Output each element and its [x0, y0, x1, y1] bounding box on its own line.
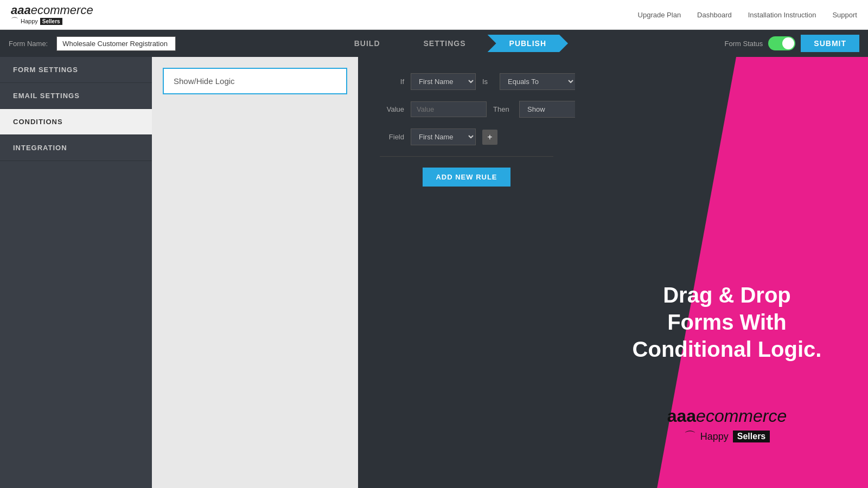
- tab-build[interactable]: BUILD: [333, 35, 402, 52]
- top-nav: aaaecommerce ⌒ Happy Sellers Upgrade Pla…: [0, 0, 868, 30]
- sidebar-item-conditions[interactable]: CONDITIONS: [0, 109, 152, 135]
- is-condition-select[interactable]: Equals To: [500, 73, 576, 90]
- bottom-logo-ecommerce: ecommerce: [696, 406, 787, 426]
- value-row: Value Then Show: [380, 101, 553, 118]
- nav-installation[interactable]: Installation Instruction: [748, 11, 816, 19]
- separator: [380, 156, 553, 157]
- is-label: Is: [482, 78, 493, 86]
- sidebar-item-integration[interactable]: INTEGRATION: [0, 135, 152, 161]
- logo-happy: Happy: [21, 18, 38, 24]
- form-name-input[interactable]: [56, 36, 176, 51]
- nav-support[interactable]: Support: [832, 11, 857, 19]
- nav-upgrade-plan[interactable]: Upgrade Plan: [638, 11, 681, 19]
- if-label: If: [380, 78, 404, 86]
- form-status-label: Form Status: [725, 40, 763, 48]
- then-label: Then: [493, 105, 513, 113]
- promo-heading-3: Conditional Logic.: [629, 336, 825, 363]
- form-name-bar: Form Name: BUILD SETTINGS PUBLISH Form S…: [0, 30, 868, 57]
- logic-panel: If First Name Is Equals To Value Then Sh…: [358, 57, 575, 488]
- sidebar: FORM SETTINGS EMAIL SETTINGS CONDITIONS …: [0, 57, 152, 488]
- tab-publish[interactable]: PUBLISH: [488, 35, 568, 52]
- logo-aaa: aaa: [11, 3, 31, 17]
- bottom-logo-main: aaaecommerce: [667, 406, 787, 426]
- rule-card[interactable]: Show/Hide Logic: [163, 68, 347, 94]
- promo-heading-1: Drag & Drop: [629, 281, 825, 309]
- bottom-sellers-badge: Sellers: [733, 431, 770, 442]
- bottom-logo-aaa: aaa: [667, 406, 696, 426]
- add-field-button[interactable]: +: [482, 130, 497, 145]
- tab-settings[interactable]: SETTINGS: [402, 35, 488, 52]
- main-layout: FORM SETTINGS EMAIL SETTINGS CONDITIONS …: [0, 57, 868, 488]
- logo-sellers-badge: Sellers: [40, 18, 62, 25]
- value-input[interactable]: [411, 101, 487, 117]
- tab-area: BUILD SETTINGS PUBLISH: [184, 35, 716, 52]
- bottom-logo-sub: ⌒ Happy Sellers: [684, 428, 770, 445]
- submit-button[interactable]: SUBMIT: [801, 35, 859, 52]
- nav-links: Upgrade Plan Dashboard Installation Inst…: [638, 11, 857, 19]
- bottom-logo: aaaecommerce ⌒ Happy Sellers: [629, 406, 825, 445]
- promo-panel: Drag & Drop Forms With Conditional Logic…: [575, 57, 868, 488]
- logo: aaaecommerce ⌒ Happy Sellers: [11, 4, 93, 25]
- logo-arrow-icon: ⌒: [11, 17, 18, 25]
- field-label: Field: [380, 133, 404, 141]
- field-select[interactable]: First Name: [411, 129, 476, 145]
- promo-heading: Drag & Drop Forms With Conditional Logic…: [629, 281, 825, 363]
- logo-ecommerce: ecommerce: [31, 3, 93, 17]
- add-new-rule-button[interactable]: ADD NEW RULE: [423, 168, 510, 187]
- promo-content: Drag & Drop Forms With Conditional Logic…: [608, 89, 846, 466]
- promo-heading-2: Forms With: [629, 309, 825, 336]
- content-area: Show/Hide Logic: [152, 57, 358, 488]
- bottom-happy-text: Happy: [700, 431, 729, 442]
- if-field-select[interactable]: First Name: [411, 73, 476, 90]
- form-status-area: Form Status SUBMIT: [725, 35, 859, 52]
- form-name-label: Form Name:: [9, 40, 48, 48]
- sidebar-item-form-settings[interactable]: FORM SETTINGS: [0, 57, 152, 83]
- value-label: Value: [380, 105, 404, 113]
- logo-subtitle: ⌒ Happy Sellers: [11, 17, 93, 25]
- if-row: If First Name Is Equals To: [380, 73, 553, 90]
- nav-dashboard[interactable]: Dashboard: [697, 11, 732, 19]
- field-row: Field First Name +: [380, 129, 553, 145]
- toggle-knob: [782, 37, 794, 49]
- sidebar-item-email-settings[interactable]: EMAIL SETTINGS: [0, 83, 152, 109]
- then-action-select[interactable]: Show: [519, 101, 584, 118]
- logo-text: aaaecommerce: [11, 4, 93, 17]
- bottom-arrow-icon: ⌒: [684, 428, 696, 445]
- form-status-toggle[interactable]: [768, 36, 795, 50]
